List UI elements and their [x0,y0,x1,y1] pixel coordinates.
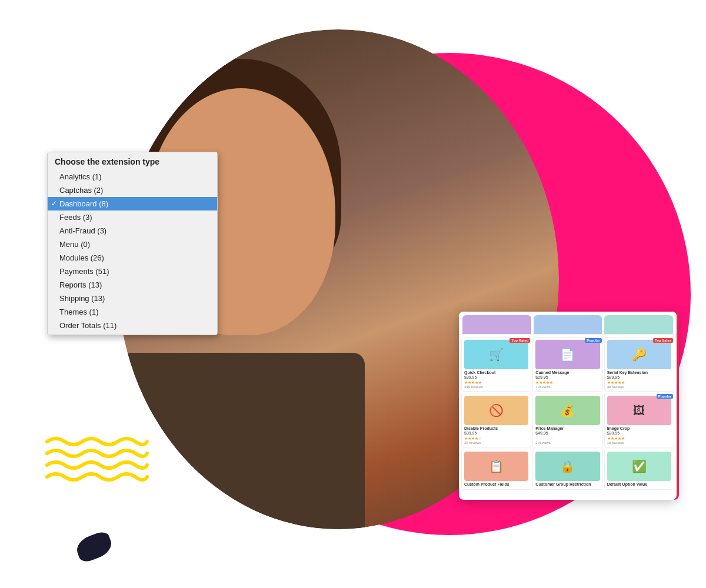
product-name-1: Quick Checkout [464,370,528,375]
product-card-image-crop[interactable]: 🖼 Popular Image Crop $20.95 ★★★★★ 16 rev… [604,393,674,447]
product-price-6: $20.95 [607,431,671,435]
badge-popular-2: Popular [585,338,601,343]
product-grid: 🛒 Top Rated Quick Checkout $39.95 ★★★★★ … [459,335,677,492]
product-stars-5: ☆☆☆☆☆ [535,436,600,441]
dropdown-item-captchas[interactable]: Captchas (2) [48,183,217,197]
product-stars-3: ★★★★★ [607,380,671,385]
product-stars-4: ★★★★☆ [464,436,528,441]
product-reviews-3: 30 reviews [607,385,671,389]
product-name-9: Default Option Value [607,482,671,486]
product-card-price-manager[interactable]: 💰 Price Manager $49.95 ☆☆☆☆☆ 2 reviews [532,393,602,447]
product-card-customer-group[interactable]: 🔒 Customer Group Restriction [532,449,602,490]
product-card-disable-products[interactable]: 🚫 Disable Products $39.95 ★★★★☆ 20 revie… [461,393,531,447]
product-name-6: Image Crop [607,426,671,430]
dropdown-item-reports[interactable]: Reports (13) [48,278,217,292]
product-price-1: $39.95 [464,375,528,379]
dropdown-item-analytics[interactable]: Analytics (1) [48,170,217,183]
product-reviews-5: 2 reviews [535,441,600,445]
dropdown-item-ordertotals[interactable]: Order Totals (11) [48,319,217,332]
dropdown-item-antifraud[interactable]: Anti-Fraud (3) [48,224,217,238]
panel-tab-2[interactable] [534,315,602,334]
product-image-1: 🛒 [464,340,528,369]
product-price-2: $29.95 [535,375,600,379]
product-name-7: Custom Product Fields [464,482,528,486]
product-reviews-2: 7 reviews [535,385,600,389]
product-name-2: Canned Message [535,370,600,375]
dropdown-item-feeds[interactable]: Feeds (3) [48,211,217,224]
product-image-2: 📄 [535,340,600,369]
badge-topsales-3: Top Sales [653,338,673,343]
dropdown-item-shipping[interactable]: Shipping (13) [48,292,217,305]
product-price-5: $49.95 [535,431,600,435]
badge-popular-6: Popular [657,394,673,399]
product-stars-6: ★★★★★ [607,436,671,441]
product-image-6: 🖼 [607,396,671,425]
product-reviews-4: 20 reviews [464,441,528,445]
product-price-3: $89.95 [607,375,671,379]
product-reviews-6: 16 reviews [607,441,671,445]
wavy-decoration [44,433,150,488]
product-card-canned-message[interactable]: 📄 Popular Canned Message $29.95 ★★★★★ 7 … [532,337,602,392]
extension-type-dropdown[interactable]: Choose the extension type Analytics (1) … [47,152,218,335]
dropdown-item-dashboard[interactable]: Dashboard (8) [48,197,217,211]
product-image-7: 📋 [464,452,528,481]
product-card-custom-fields[interactable]: 📋 Custom Product Fields [461,449,531,490]
product-image-9: ✅ [607,452,671,481]
panel-tab-3[interactable] [604,315,673,334]
panel-tabs [459,312,677,335]
product-stars-2: ★★★★★ [535,380,600,385]
product-stars-1: ★★★★★ [464,380,528,385]
dark-blob-decoration [74,530,115,564]
panel-tab-1[interactable] [462,315,531,334]
product-card-quick-checkout[interactable]: 🛒 Top Rated Quick Checkout $39.95 ★★★★★ … [461,337,531,392]
product-card-serial-key[interactable]: 🔑 Top Sales Serial Key Extension $89.95 … [604,337,674,392]
dropdown-item-payments[interactable]: Payments (51) [48,265,217,278]
dropdown-item-modules[interactable]: Modules (26) [48,251,217,265]
product-name-8: Customer Group Restriction [535,482,600,486]
badge-top-rated-1: Top Rated [509,338,530,343]
product-image-8: 🔒 [535,452,600,481]
product-panel: 🛒 Top Rated Quick Checkout $39.95 ★★★★★ … [459,312,677,500]
product-card-default-option[interactable]: ✅ Default Option Value [604,449,674,490]
product-reviews-1: 445 reviews [464,385,528,389]
product-name-3: Serial Key Extension [607,370,671,375]
product-name-4: Disable Products [464,426,528,430]
dropdown-title: Choose the extension type [48,152,217,170]
product-price-4: $39.95 [464,431,528,435]
dropdown-item-themes[interactable]: Themes (1) [48,305,217,319]
product-image-5: 💰 [535,396,600,425]
product-name-5: Price Manager [535,426,600,430]
product-image-4: 🚫 [464,396,528,425]
product-image-3: 🔑 [607,340,671,369]
dropdown-item-menu[interactable]: Menu (0) [48,238,217,251]
